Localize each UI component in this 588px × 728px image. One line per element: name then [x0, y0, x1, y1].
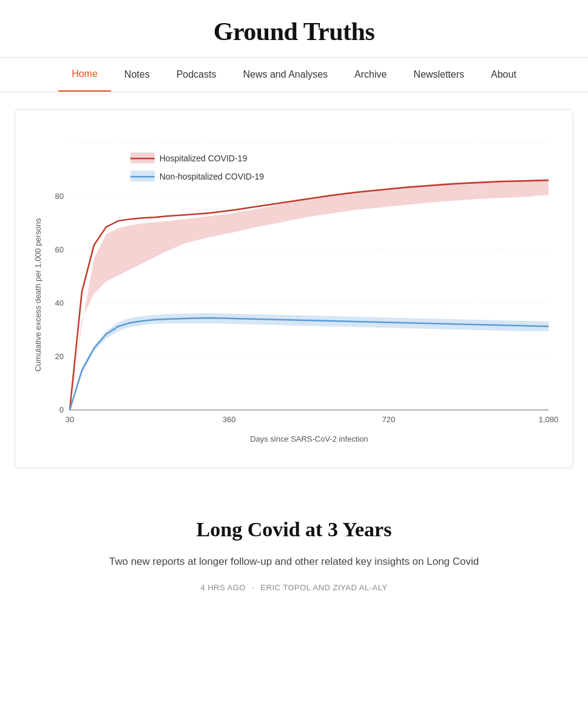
- site-header: Ground Truths: [0, 0, 588, 58]
- chart-area: Cumulative excess death per 1,000 person…: [27, 128, 561, 456]
- nav-item-archive[interactable]: Archive: [341, 58, 400, 91]
- svg-rect-19: [130, 152, 155, 163]
- article-meta: 4 HRS AGO · ERIC TOPOL AND ZIYAD AL-ALY: [73, 583, 515, 592]
- article-authors: ERIC TOPOL AND ZIYAD AL-ALY: [260, 583, 387, 592]
- svg-text:40: 40: [55, 298, 63, 308]
- article-title[interactable]: Long Covid at 3 Years: [73, 517, 515, 543]
- nav-item-about[interactable]: About: [478, 58, 530, 91]
- nav-item-notes[interactable]: Notes: [111, 58, 163, 91]
- svg-text:60: 60: [55, 245, 63, 254]
- svg-text:Days since SARS-CoV-2 infectio: Days since SARS-CoV-2 infection: [250, 434, 368, 443]
- chart-section: Cumulative excess death per 1,000 person…: [0, 92, 588, 480]
- svg-text:80: 80: [55, 192, 63, 201]
- svg-text:30: 30: [66, 415, 74, 424]
- site-title: Ground Truths: [12, 17, 576, 46]
- svg-text:Non-hospitalized COVID-19: Non-hospitalized COVID-19: [160, 172, 265, 181]
- nav-item-home[interactable]: Home: [58, 58, 111, 92]
- nav-item-podcasts[interactable]: Podcasts: [163, 58, 230, 91]
- nav-item-newsletters[interactable]: Newsletters: [400, 58, 478, 91]
- svg-text:1,080: 1,080: [539, 415, 558, 424]
- article-section: Long Covid at 3 Years Two new reports at…: [0, 480, 588, 616]
- article-time: 4 HRS AGO: [200, 583, 246, 592]
- svg-text:Hospitalized COVID-19: Hospitalized COVID-19: [160, 153, 248, 163]
- nav-item-news[interactable]: News and Analyses: [229, 58, 341, 91]
- meta-dot: ·: [252, 583, 254, 592]
- svg-text:0: 0: [59, 405, 64, 414]
- svg-text:Cumulative excess death per 1,: Cumulative excess death per 1,000 person…: [33, 218, 42, 372]
- svg-text:720: 720: [382, 415, 396, 424]
- svg-text:360: 360: [223, 415, 236, 424]
- chart-container: Cumulative excess death per 1,000 person…: [15, 109, 573, 468]
- article-subtitle: Two new reports at longer follow-up and …: [73, 554, 515, 570]
- svg-rect-22: [130, 170, 155, 181]
- nav-bar: Home Notes Podcasts News and Analyses Ar…: [0, 58, 588, 92]
- svg-text:20: 20: [55, 352, 63, 361]
